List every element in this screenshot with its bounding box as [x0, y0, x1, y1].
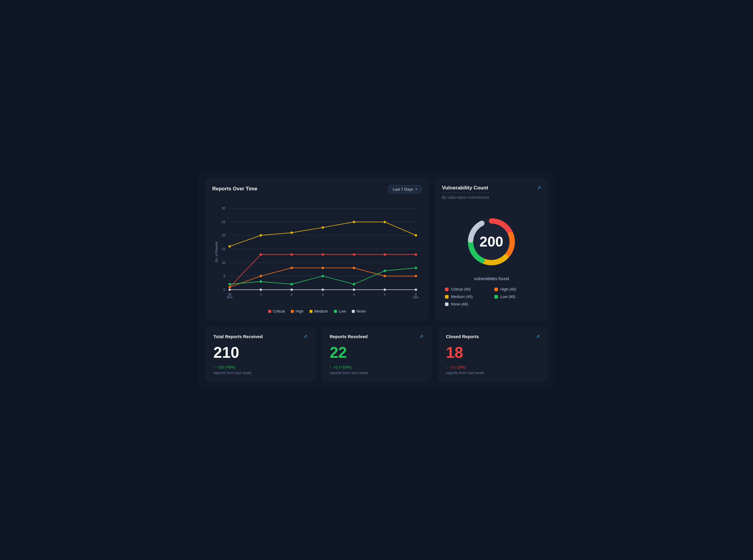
reports-resolved-external-link-icon[interactable]: ↗ — [419, 334, 423, 339]
medium-color-dot — [310, 310, 312, 313]
vuln-legend-medium: Medium (40) — [445, 295, 488, 299]
svg-text:4: 4 — [353, 293, 355, 296]
svg-point-27 — [322, 289, 324, 291]
svg-point-34 — [322, 253, 324, 256]
line-chart-area: .axis-label { fill: #8899bb; font-size: … — [212, 198, 422, 305]
svg-point-51 — [415, 234, 417, 237]
svg-point-49 — [353, 221, 355, 223]
vuln-low-dot — [494, 295, 498, 299]
reports-resolved-arrow-up-icon — [330, 365, 332, 369]
svg-text:30: 30 — [222, 207, 225, 210]
chevron-down-icon: ▾ — [416, 187, 417, 191]
svg-text:5: 5 — [384, 293, 386, 296]
closed-reports-header: Closed Reports ↗ — [446, 334, 540, 339]
line-chart-svg: .axis-label { fill: #8899bb; font-size: … — [212, 198, 422, 305]
donut-chart-container: 200 — [442, 212, 541, 272]
legend-item-none: None — [352, 309, 366, 314]
total-reports-label: reports from last week — [213, 371, 307, 375]
svg-text:0: 0 — [224, 288, 225, 292]
legend-item-critical: Critical — [268, 309, 285, 314]
svg-point-58 — [415, 267, 417, 269]
svg-point-44 — [415, 275, 417, 278]
svg-point-46 — [259, 234, 262, 237]
closed-reports-value: 18 — [446, 344, 540, 361]
svg-text:3: 3 — [322, 293, 324, 296]
svg-point-48 — [322, 226, 324, 229]
vuln-found-label: vulnerabities found — [442, 276, 541, 281]
svg-point-57 — [384, 270, 386, 272]
none-color-dot — [352, 310, 355, 313]
svg-point-29 — [384, 289, 386, 291]
reports-resolved-change: +2 (+10%) — [330, 365, 424, 369]
svg-text:2: 2 — [291, 293, 293, 296]
time-range-dropdown[interactable]: Last 7 Days ▾ — [388, 185, 422, 194]
vuln-header: Vulnerability Count By valid report subm… — [442, 185, 541, 204]
reports-resolved-value: 22 — [330, 344, 424, 361]
reports-resolved-card: Reports Resolved ↗ 22 +2 (+10%) reports … — [322, 326, 432, 382]
total-reports-value: 210 — [213, 344, 307, 361]
reports-resolved-header: Reports Resolved ↗ — [330, 334, 424, 339]
reports-resolved-label: reports from last week — [330, 371, 424, 375]
svg-point-39 — [259, 275, 262, 278]
low-color-dot — [334, 310, 337, 313]
svg-point-35 — [353, 253, 355, 256]
svg-text:No. of Reports: No. of Reports — [215, 242, 218, 262]
total-reports-title: Total Reports Received — [213, 334, 263, 339]
svg-point-54 — [290, 283, 293, 285]
svg-point-45 — [229, 245, 231, 248]
chart-header: Reports Over Time Last 7 Days ▾ — [212, 185, 422, 194]
svg-point-40 — [290, 267, 293, 269]
vuln-none-dot — [445, 302, 448, 306]
svg-point-42 — [353, 267, 355, 269]
svg-point-28 — [353, 289, 355, 291]
svg-point-26 — [290, 289, 293, 291]
legend-item-medium: Medium — [310, 309, 328, 314]
closed-reports-card: Closed Reports ↗ 18 -2 (-10%) reports fr… — [438, 326, 548, 382]
svg-point-24 — [229, 289, 231, 291]
svg-point-50 — [384, 221, 386, 223]
svg-point-30 — [415, 289, 417, 291]
vuln-legend-none: None (40) — [445, 302, 488, 306]
reports-over-time-title: Reports Over Time — [212, 186, 257, 192]
svg-text:10: 10 — [222, 261, 225, 264]
vulnerability-count-card: Vulnerability Count By valid report subm… — [435, 178, 548, 321]
dashboard: Reports Over Time Last 7 Days ▾ .axis-la… — [198, 171, 555, 389]
total-reports-card: Total Reports Received ↗ 210 +10 (+5%) r… — [205, 326, 315, 382]
svg-point-37 — [415, 253, 417, 256]
vuln-high-dot — [494, 287, 498, 291]
closed-reports-title: Closed Reports — [446, 334, 479, 339]
vuln-external-link-icon[interactable]: ↗ — [537, 185, 541, 191]
legend-item-high: High — [291, 309, 304, 314]
svg-point-52 — [229, 283, 231, 285]
svg-text:20: 20 — [222, 234, 225, 237]
svg-text:1: 1 — [260, 293, 262, 296]
closed-reports-arrow-down-icon — [446, 365, 448, 369]
svg-point-38 — [229, 286, 231, 288]
total-reports-change: +10 (+5%) — [213, 365, 307, 369]
svg-point-43 — [384, 275, 386, 278]
svg-point-55 — [322, 275, 324, 278]
svg-point-41 — [322, 267, 324, 269]
svg-text:Dec: Dec — [413, 296, 419, 299]
svg-point-25 — [259, 289, 262, 291]
closed-reports-change: -2 (-10%) — [446, 365, 540, 369]
vuln-legend-high: High (40) — [494, 287, 538, 292]
svg-text:25: 25 — [222, 220, 225, 224]
svg-point-56 — [353, 283, 355, 285]
svg-point-33 — [290, 253, 293, 256]
vuln-title-block: Vulnerability Count By valid report subm… — [442, 185, 489, 204]
closed-reports-label: reports from last week — [446, 371, 540, 375]
high-color-dot — [291, 310, 294, 313]
vuln-critical-dot — [445, 287, 448, 291]
svg-text:Nov: Nov — [227, 296, 233, 299]
closed-reports-external-link-icon[interactable]: ↗ — [536, 334, 540, 339]
svg-point-36 — [384, 253, 386, 256]
total-reports-arrow-up-icon — [213, 365, 215, 369]
vuln-count-subtitle: By valid report submissions — [442, 195, 489, 200]
svg-point-32 — [259, 253, 262, 256]
vuln-legend: Critical (40) High (40) Medium (40) Low … — [442, 287, 541, 306]
svg-text:5: 5 — [224, 274, 225, 278]
total-reports-external-link-icon[interactable]: ↗ — [303, 334, 307, 339]
bottom-stats-section: Total Reports Received ↗ 210 +10 (+5%) r… — [205, 326, 548, 382]
legend-item-low: Low — [334, 309, 346, 314]
